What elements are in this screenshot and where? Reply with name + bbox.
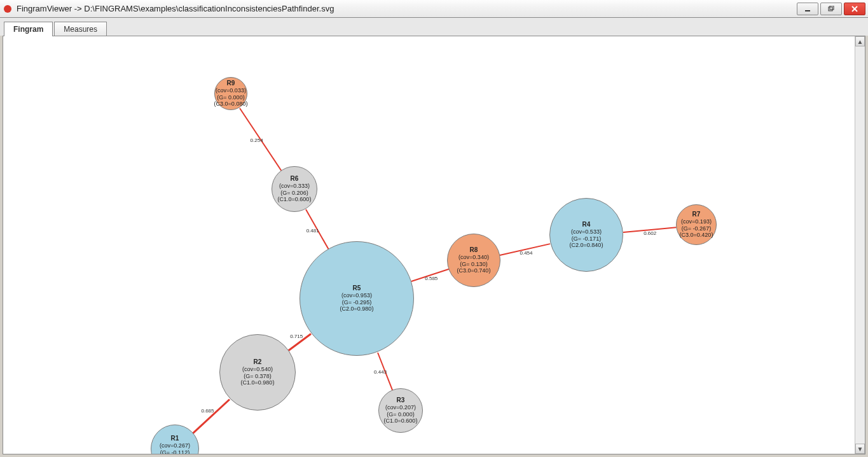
node-g: (G= -0.267)	[682, 225, 711, 232]
node-g: (G= -0.112)	[160, 449, 189, 454]
edge-label-R5-R3: 0.443	[374, 369, 387, 375]
edge-label-R6-R5: 0.481	[307, 228, 319, 234]
node-c: (C2.0=0.980)	[340, 306, 374, 313]
node-g: (G= 0.130)	[460, 261, 487, 268]
svg-rect-3	[830, 6, 834, 10]
edge-label-R9-R6: 0.254	[251, 137, 263, 143]
node-R6[interactable]: R6(cov=0.333)(G= 0.206)(C1.0=0.600)	[272, 166, 317, 212]
window-controls	[797, 3, 865, 15]
node-cov: (cov=0.193)	[681, 218, 712, 225]
node-R1[interactable]: R1(cov=0.267)(G= -0.112)(C2.0=0.500)	[151, 425, 199, 454]
minimize-button[interactable]	[797, 3, 818, 15]
node-c: (C3.0=0.080)	[214, 101, 248, 108]
node-cov: (cov=0.953)	[341, 292, 372, 299]
node-R2[interactable]: R2(cov=0.540)(G= 0.378)(C1.0=0.980)	[219, 334, 296, 411]
tab-fingram[interactable]: Fingram	[4, 22, 53, 36]
tab-measures[interactable]: Measures	[54, 22, 107, 36]
edge-R2-R1	[192, 398, 230, 434]
node-c: (C2.0=0.840)	[570, 242, 603, 249]
node-g: (G= 0.378)	[244, 373, 271, 380]
node-g: (G= 0.000)	[387, 411, 414, 418]
svg-rect-1	[805, 10, 810, 11]
edge-label-R8-R4: 0.454	[520, 250, 532, 256]
edge-label-R5-R2: 0.715	[290, 334, 303, 339]
node-g: (G= -0.295)	[342, 299, 371, 306]
node-cov: (cov=0.533)	[571, 229, 602, 236]
edge-label-R2-R1: 0.685	[201, 408, 214, 414]
node-cov: (cov=0.540)	[242, 366, 273, 373]
node-c: (C3.0=0.420)	[680, 232, 713, 239]
node-title: R3	[397, 397, 405, 404]
node-title: R8	[470, 246, 478, 254]
node-title: R6	[291, 175, 299, 183]
node-R7[interactable]: R7(cov=0.193)(G= -0.267)(C3.0=0.420)	[676, 204, 717, 245]
node-title: R9	[227, 80, 235, 87]
node-g: (G= -0.171)	[572, 236, 601, 243]
graph-canvas[interactable]: 0.2540.4810.7150.6850.4430.5850.4540.602…	[3, 36, 855, 454]
app-icon	[3, 4, 13, 14]
scroll-down-arrow-icon[interactable]: ▼	[855, 444, 865, 454]
vertical-scrollbar[interactable]: ▲ ▼	[855, 36, 865, 454]
node-c: (C1.0=0.980)	[241, 379, 275, 386]
node-cov: (cov=0.267)	[160, 442, 190, 449]
node-title: R5	[353, 285, 361, 292]
node-c: (C3.0=0.740)	[457, 267, 491, 274]
node-c: (C1.0=0.600)	[384, 418, 418, 425]
node-R9[interactable]: R9(cov=0.033)(G= 0.000)(C3.0=0.080)	[214, 77, 247, 110]
node-R3[interactable]: R3(cov=0.207)(G= 0.000)(C1.0=0.600)	[378, 388, 423, 433]
node-title: R7	[692, 211, 701, 218]
svg-rect-2	[829, 7, 832, 11]
titlebar: FingramViewer -> D:\FINGRAMS\examples\cl…	[0, 0, 868, 18]
tabbar: Fingram Measures	[0, 18, 868, 36]
node-title: R2	[254, 358, 262, 366]
scroll-track[interactable]	[855, 46, 865, 444]
node-cov: (cov=0.033)	[216, 87, 246, 94]
scroll-up-arrow-icon[interactable]: ▲	[855, 36, 865, 46]
node-cov: (cov=0.340)	[458, 254, 489, 261]
edge-label-R5-R8: 0.585	[425, 276, 437, 281]
node-cov: (cov=0.333)	[279, 183, 310, 190]
node-cov: (cov=0.207)	[385, 404, 416, 411]
node-title: R1	[171, 435, 179, 442]
edge-label-R4-R7: 0.602	[644, 230, 656, 236]
node-g: (G= 0.000)	[217, 94, 244, 101]
node-R8[interactable]: R8(cov=0.340)(G= 0.130)(C3.0=0.740)	[447, 234, 500, 287]
window-title: FingramViewer -> D:\FINGRAMS\examples\cl…	[17, 4, 797, 13]
node-g: (G= 0.206)	[280, 190, 308, 197]
node-R4[interactable]: R4(cov=0.533)(G= -0.171)(C2.0=0.840)	[549, 198, 623, 272]
content-frame: 0.2540.4810.7150.6850.4430.5850.4540.602…	[3, 36, 865, 454]
maximize-button[interactable]	[820, 3, 842, 15]
svg-point-0	[4, 5, 11, 13]
close-button[interactable]	[844, 3, 865, 15]
node-title: R4	[582, 221, 591, 229]
node-R5[interactable]: R5(cov=0.953)(G= -0.295)(C2.0=0.980)	[300, 241, 414, 356]
node-c: (C1.0=0.600)	[278, 196, 312, 203]
